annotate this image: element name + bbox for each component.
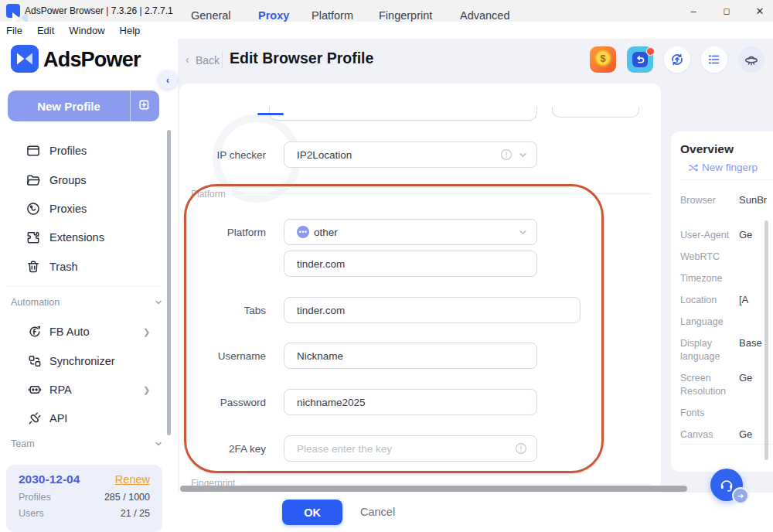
platform-section-label: Platform xyxy=(191,189,232,200)
chevron-down-icon xyxy=(155,440,162,448)
extensions-puzzle-icon xyxy=(26,230,41,245)
section-automation[interactable]: Automation xyxy=(11,297,162,308)
tab-platform[interactable]: Platform xyxy=(312,9,353,22)
plus-copy-icon xyxy=(138,99,152,114)
cancel-button[interactable]: Cancel xyxy=(360,506,395,518)
sidebar-item-groups[interactable]: Groups xyxy=(0,169,164,192)
ip-checker-label: IP checker xyxy=(178,149,266,161)
menu-window[interactable]: Window xyxy=(66,25,107,36)
overview-row-label: Browser xyxy=(680,194,731,207)
tab-proxy[interactable]: Proxy xyxy=(258,9,289,22)
sidebar-item-fb-auto[interactable]: FB Auto ❯ xyxy=(0,320,164,343)
footer-bar xyxy=(178,493,773,532)
new-profile-button[interactable]: New Profile xyxy=(8,90,159,121)
platform-select[interactable]: ••• other xyxy=(284,219,537,245)
new-profile-label: New Profile xyxy=(8,100,130,113)
tab-general[interactable]: General xyxy=(191,9,231,22)
new-fingerprint-link[interactable]: New fingerp xyxy=(688,162,758,173)
trash-icon xyxy=(26,259,41,275)
overview-panel: Overview New fingerp Browser SunBr User-… xyxy=(671,131,773,472)
overview-scrollbar[interactable] xyxy=(764,220,768,460)
overview-row-value: Ge xyxy=(739,428,752,440)
rpa-robot-icon xyxy=(27,382,43,397)
sidebar-item-api[interactable]: API xyxy=(0,407,164,430)
overview-row-label: Screen Resolution xyxy=(680,372,731,398)
chevron-down-icon xyxy=(519,228,527,237)
plan-users-row: Users 21 / 25 xyxy=(19,508,150,519)
overview-row-label: Language xyxy=(680,315,731,329)
groups-folder-icon xyxy=(26,172,41,188)
overview-row-label: WebRTC xyxy=(680,251,731,264)
api-plug-icon xyxy=(27,411,43,426)
overview-title: Overview xyxy=(680,142,734,156)
page-title: Edit Browser Profile xyxy=(230,49,373,67)
platform-website-input[interactable]: tinder.com xyxy=(284,251,537,277)
tab-advanced[interactable]: Advanced xyxy=(460,9,510,22)
brand-name: AdsPower xyxy=(43,48,141,72)
tab-fingerprint[interactable]: Fingerprint xyxy=(379,9,432,22)
chevron-down-icon xyxy=(519,151,527,159)
close-button[interactable]: ✕ xyxy=(743,0,773,22)
overview-row-value: Base xyxy=(739,337,762,349)
proxies-globe-icon xyxy=(26,201,41,217)
sidebar-item-trash[interactable]: Trash xyxy=(0,255,164,278)
clipped-proxy-button[interactable] xyxy=(552,106,639,118)
overview-row-label: Fonts xyxy=(680,407,731,420)
sidebar-item-profiles[interactable]: Profiles xyxy=(0,139,164,162)
plan-expiry-date: 2030-12-04 xyxy=(19,472,80,486)
section-team[interactable]: Team xyxy=(11,438,162,449)
sync-upload-icon[interactable] xyxy=(664,46,690,73)
horizontal-scrollbar[interactable] xyxy=(180,486,687,492)
ip-checker-select[interactable]: IP2Location xyxy=(284,142,537,168)
overview-row-label: Canvas xyxy=(680,428,731,442)
maximize-button[interactable]: ◻ xyxy=(710,0,744,22)
back-button[interactable]: Back xyxy=(196,54,220,66)
support-arrow-icon[interactable]: ➜ xyxy=(732,487,749,504)
ufo-profile-icon[interactable] xyxy=(738,46,764,73)
overview-row-label: Display language xyxy=(680,337,731,363)
chevron-right-icon: ❯ xyxy=(143,327,150,337)
overview-row-value: SunBr xyxy=(739,194,767,206)
sidebar-item-rpa[interactable]: RPA ❯ xyxy=(0,378,164,401)
menu-edit[interactable]: Edit xyxy=(35,25,56,36)
chevron-right-icon: ❯ xyxy=(143,385,150,395)
menu-file[interactable]: File xyxy=(4,25,25,36)
header-divider xyxy=(222,51,223,68)
info-icon xyxy=(515,442,527,455)
info-icon xyxy=(500,148,512,161)
overview-divider xyxy=(680,179,773,180)
adspower-logo-icon xyxy=(11,45,39,73)
coin-rewards-icon[interactable]: $ xyxy=(590,46,616,73)
app-logo-icon xyxy=(6,4,20,18)
twofa-input[interactable]: Please enter the key xyxy=(284,435,537,462)
quick-add-profile-button[interactable] xyxy=(131,99,159,114)
password-input[interactable]: nichname2025 xyxy=(284,389,537,415)
other-platform-icon: ••• xyxy=(297,226,309,238)
shuffle-icon xyxy=(688,162,699,173)
overview-row-label: Location xyxy=(680,294,731,307)
ok-button[interactable]: OK xyxy=(282,500,342,525)
sidebar-item-synchronizer[interactable]: Synchronizer xyxy=(0,350,164,373)
active-tab-indicator xyxy=(257,113,284,115)
sidebar-collapse-button[interactable]: ‹ xyxy=(158,70,177,89)
subscription-card: 2030-12-04 Renew Profiles 285 / 1000 Use… xyxy=(6,465,162,532)
sidebar-item-proxies[interactable]: Proxies xyxy=(0,197,164,220)
notification-dot xyxy=(646,47,655,56)
sidebar-scrollbar[interactable] xyxy=(167,130,171,435)
tabs-input[interactable]: tinder.com xyxy=(284,297,581,323)
back-chevron-icon: ‹ xyxy=(186,53,189,66)
sidebar-item-extensions[interactable]: Extensions xyxy=(0,226,164,249)
tab-bar xyxy=(179,84,661,107)
clipped-proxy-field[interactable] xyxy=(269,106,537,121)
username-input[interactable]: Nickname xyxy=(284,343,537,369)
synchronizer-icon xyxy=(27,353,43,369)
overview-row-label: User-Agent xyxy=(680,229,731,242)
overview-row-value: Ge xyxy=(739,229,752,240)
minimize-button[interactable]: – xyxy=(676,0,710,22)
renew-link[interactable]: Renew xyxy=(115,473,150,486)
menu-help[interactable]: Help xyxy=(117,25,143,36)
overview-divider xyxy=(680,444,773,445)
tabs-field-label: Tabs xyxy=(178,305,266,316)
chevron-down-icon xyxy=(155,298,162,306)
task-list-icon[interactable] xyxy=(701,46,727,73)
